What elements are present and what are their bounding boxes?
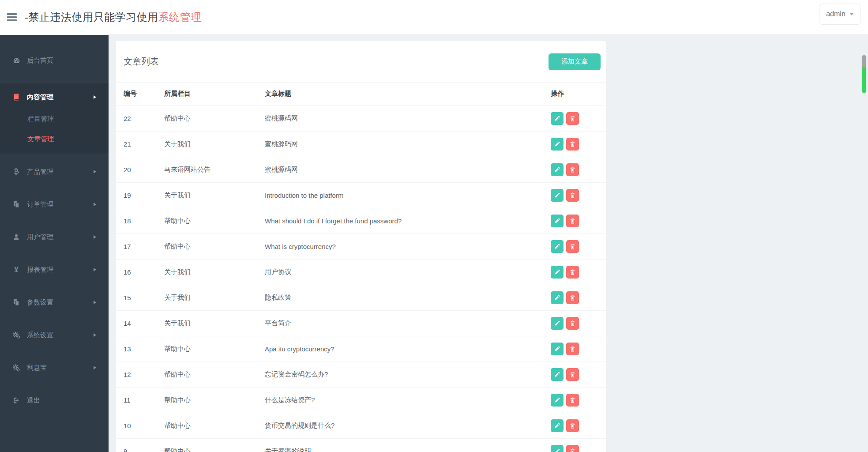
sidebar-item-content[interactable]: 内容管理	[0, 87, 109, 108]
table-row: 17帮助中心What is cryptocurrency?	[116, 234, 606, 259]
edit-button[interactable]	[551, 215, 564, 227]
sidebar-item-logout[interactable]: 退出	[0, 390, 109, 411]
delete-button[interactable]	[566, 112, 579, 125]
cell-id: 19	[116, 182, 164, 208]
delete-button[interactable]	[566, 266, 579, 279]
gears-icon	[11, 331, 21, 339]
edit-button[interactable]	[551, 266, 564, 279]
table-row: 11帮助中心什么是冻结资产?	[116, 387, 606, 413]
cell-actions	[551, 208, 606, 234]
edit-button[interactable]	[551, 394, 564, 407]
delete-button[interactable]	[566, 189, 579, 202]
chevron-right-icon	[94, 268, 96, 271]
edit-button[interactable]	[551, 445, 564, 452]
cell-title: 忘记资金密码怎么办?	[265, 362, 551, 387]
chevron-right-icon	[94, 333, 96, 337]
sidebar-item-product[interactable]: 产品管理	[0, 161, 109, 182]
chevron-right-icon	[94, 203, 96, 206]
edit-button[interactable]	[551, 163, 564, 176]
delete-button[interactable]	[566, 368, 579, 381]
pencil-icon	[554, 320, 560, 327]
sidebar-subitem-columns[interactable]: 栏目管理	[0, 109, 109, 129]
cell-id: 20	[116, 157, 164, 182]
sidebar-item-home[interactable]: 后台首页	[0, 50, 109, 71]
delete-button[interactable]	[566, 240, 579, 253]
panel-header: 文章列表 添加文章	[116, 41, 606, 83]
pencil-icon	[554, 192, 560, 199]
delete-button[interactable]	[566, 163, 579, 176]
chevron-right-icon	[94, 301, 96, 304]
cell-actions	[551, 234, 606, 259]
sidebar-item-system[interactable]: 系统设置	[0, 324, 109, 346]
hamburger-icon[interactable]	[7, 13, 17, 21]
table-row: 13帮助中心Apa itu cryptocurrency?	[116, 336, 606, 362]
files-icon	[11, 298, 21, 306]
cell-actions	[551, 310, 606, 336]
table-row: 18帮助中心What should I do if I forget the f…	[116, 208, 606, 234]
top-header: -禁止违法使用只能学习使用系统管理 admin	[0, 0, 868, 35]
edit-button[interactable]	[551, 419, 564, 432]
sidebar-subitem-label: 栏目管理	[27, 115, 54, 123]
delete-button[interactable]	[566, 343, 579, 355]
cell-actions	[551, 259, 606, 285]
delete-button[interactable]	[566, 445, 579, 452]
user-menu-button[interactable]: admin	[819, 4, 861, 25]
sidebar-item-params[interactable]: 参数设置	[0, 292, 109, 313]
cell-id: 15	[116, 285, 164, 310]
cell-category: 关于我们	[164, 131, 265, 157]
delete-button[interactable]	[566, 317, 579, 330]
main-content: 文章列表 添加文章 编号 所属栏目 文章标题 操作 22帮助中心蜜桃源码网21关…	[109, 35, 868, 452]
cell-category: 关于我们	[164, 259, 265, 285]
edit-button[interactable]	[551, 240, 564, 253]
delete-button[interactable]	[566, 394, 579, 407]
cell-category: 帮助中心	[164, 208, 265, 234]
cell-actions	[551, 413, 606, 438]
chevron-down-icon	[849, 13, 854, 15]
cell-title: Introduction to the platform	[265, 182, 551, 208]
delete-button[interactable]	[566, 138, 579, 151]
edit-button[interactable]	[551, 317, 564, 330]
edit-button[interactable]	[551, 189, 564, 202]
pencil-icon	[554, 166, 560, 173]
delete-button[interactable]	[566, 419, 579, 432]
book-icon	[11, 93, 21, 101]
cell-actions	[551, 387, 606, 413]
sidebar-item-report[interactable]: ¥报表管理	[0, 259, 109, 280]
edit-button[interactable]	[551, 138, 564, 151]
delete-button[interactable]	[566, 215, 579, 227]
trash-icon	[569, 115, 576, 122]
trash-icon	[569, 192, 576, 199]
panel-title: 文章列表	[124, 56, 159, 68]
trash-icon	[569, 166, 576, 173]
article-table: 编号 所属栏目 文章标题 操作 22帮助中心蜜桃源码网21关于我们蜜桃源码网20…	[116, 83, 606, 452]
app-title: -禁止违法使用只能学习使用系统管理	[25, 10, 202, 24]
edit-button[interactable]	[551, 343, 564, 355]
pencil-icon	[554, 397, 560, 403]
cell-category: 帮助中心	[164, 387, 265, 413]
column-header-id: 编号	[116, 83, 164, 105]
cell-actions	[551, 336, 606, 362]
add-article-button[interactable]: 添加文章	[549, 53, 601, 70]
chevron-right-icon	[94, 170, 96, 173]
sidebar-subitem-label: 文章管理	[27, 135, 54, 143]
sidebar-item-interest[interactable]: 利息宝	[0, 357, 109, 378]
table-row: 10帮助中心货币交易的规则是什么?	[116, 413, 606, 438]
trash-icon	[569, 218, 576, 224]
sidebar-menu: 后台首页内容管理栏目管理文章管理产品管理订单管理用户管理¥报表管理参数设置系统设…	[0, 50, 109, 411]
sidebar-subitem-articles[interactable]: 文章管理	[0, 129, 109, 149]
chevron-right-icon	[94, 235, 96, 239]
delete-button[interactable]	[566, 291, 579, 304]
cell-category: 帮助中心	[164, 413, 265, 438]
edit-button[interactable]	[551, 291, 564, 304]
edit-button[interactable]	[551, 112, 564, 125]
dashboard-icon	[11, 56, 21, 65]
pencil-icon	[554, 371, 560, 378]
edit-button[interactable]	[551, 368, 564, 381]
trash-icon	[569, 448, 576, 452]
sidebar-item-user[interactable]: 用户管理	[0, 226, 109, 248]
cell-category: 关于我们	[164, 285, 265, 310]
scrollbar[interactable]	[862, 55, 866, 93]
sidebar-item-label: 报表管理	[27, 266, 53, 274]
sidebar-item-order[interactable]: 订单管理	[0, 194, 109, 215]
cell-title: 隐私政策	[265, 285, 551, 310]
